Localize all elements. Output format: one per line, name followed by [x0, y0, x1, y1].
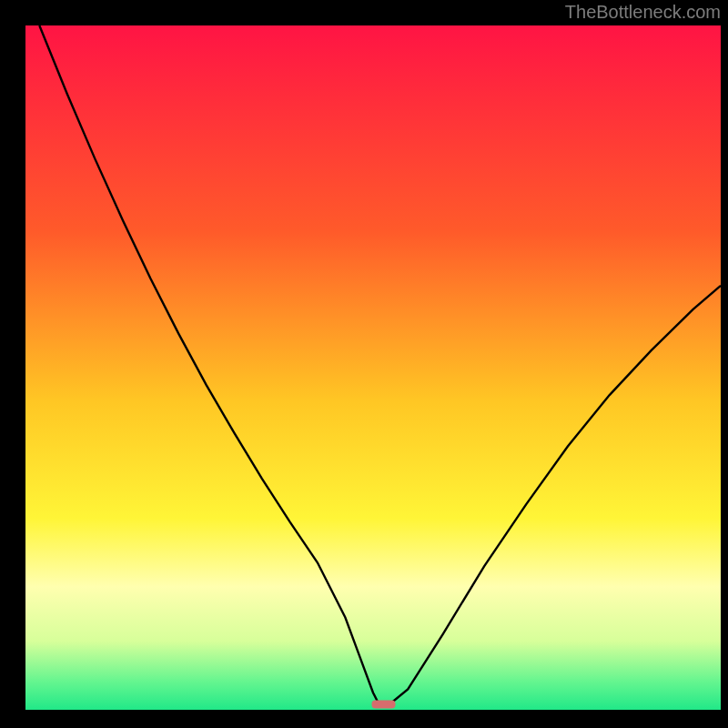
optimal-marker — [372, 701, 396, 709]
bottleneck-chart: TheBottleneck.com — [0, 0, 728, 728]
gradient-background — [25, 25, 721, 710]
plot-area — [25, 25, 721, 710]
watermark: TheBottleneck.com — [565, 2, 721, 22]
